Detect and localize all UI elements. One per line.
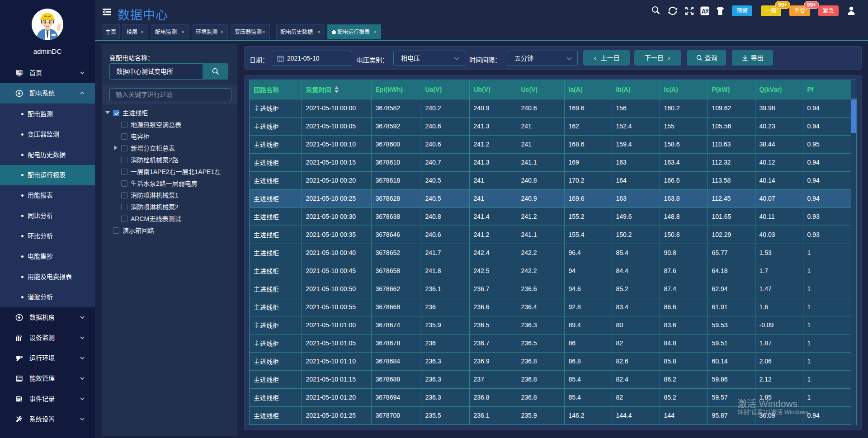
svg-text:A: A [701,8,706,15]
svg-text:Acrel: Acrel [44,15,51,18]
